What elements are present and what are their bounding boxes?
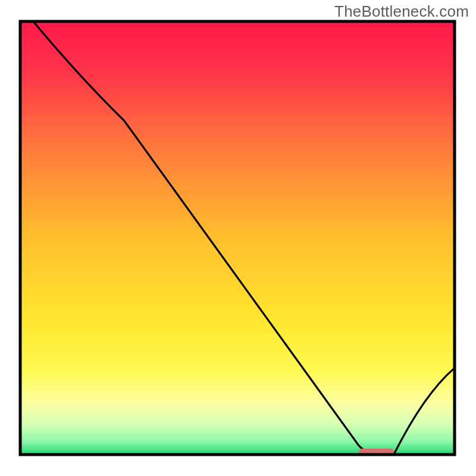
plot-background [20, 21, 455, 455]
bottleneck-chart [0, 0, 476, 476]
watermark-text: TheBottleneck.com [334, 2, 469, 21]
chart-container: TheBottleneck.com [0, 0, 476, 476]
